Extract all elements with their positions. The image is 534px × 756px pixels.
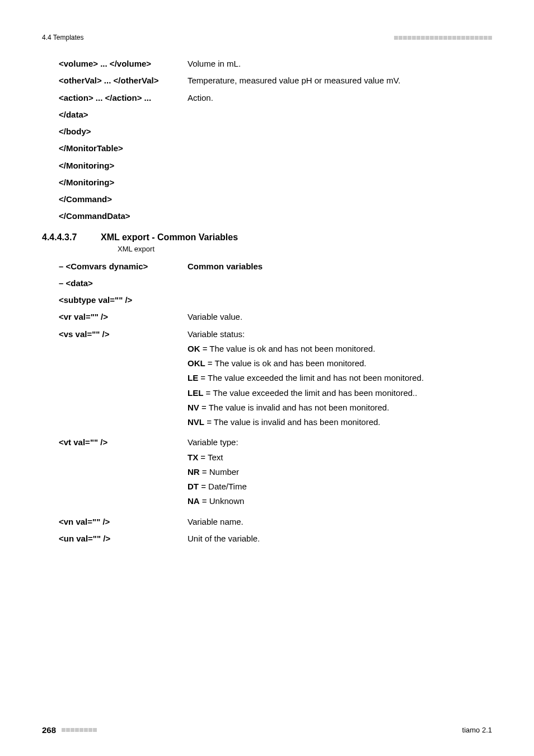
section-subtitle: XML export: [118, 245, 492, 253]
def-desc: Action.: [188, 92, 492, 104]
status-code: OK: [188, 344, 200, 353]
definition-row: <vn val="" /> Variable name.: [59, 516, 492, 528]
status-code: OKL: [188, 358, 205, 368]
def-term: <action> ... </action> ...: [59, 92, 188, 104]
type-code: NA: [188, 496, 200, 506]
def-term: <vr val="" />: [59, 311, 188, 323]
def-desc: Variable value.: [188, 311, 492, 323]
def-desc: Variable status:: [188, 329, 492, 340]
def-desc: NV = The value is invalid and has not be…: [188, 402, 492, 413]
def-desc: NVL = The value is invalid and has been …: [188, 417, 492, 428]
definition-row: <subtype val="" />: [59, 295, 492, 306]
def-term: <subtype val="" />: [59, 295, 188, 306]
status-text: = The value exceeded the limit and has n…: [198, 373, 424, 382]
definition-row: </data>: [59, 109, 492, 120]
definition-row: <vs val="" /> Variable status: OK = The …: [59, 329, 492, 432]
def-desc: LEL = The value exceeded the limit and h…: [188, 388, 492, 399]
page-number: 268: [42, 725, 56, 735]
definition-row: <vt val="" /> Variable type: TX = Text N…: [59, 437, 492, 510]
definition-row: <un val="" /> Unit of the variable.: [59, 533, 492, 544]
def-desc: Volume in mL.: [188, 58, 492, 69]
page-header: 4.4 Templates: [42, 34, 492, 41]
definition-row: </Command>: [59, 194, 492, 205]
status-code: NVL: [188, 417, 204, 427]
type-text: = Text: [198, 452, 223, 462]
section-number: 4.4.4.3.7: [42, 232, 101, 242]
page: 4.4 Templates <volume> ... </volume> Vol…: [0, 0, 534, 756]
status-text: = The value is invalid and has not been …: [199, 403, 390, 412]
type-code: TX: [188, 452, 198, 462]
section-heading: 4.4.4.3.7 XML export - Common Variables: [42, 232, 492, 242]
def-term: <vn val="" />: [59, 516, 188, 528]
status-code: LE: [188, 373, 198, 382]
def-term: </data>: [59, 109, 188, 120]
definition-row: – <data>: [59, 278, 492, 289]
def-desc: Unit of the variable.: [188, 533, 492, 544]
footer-left: 268: [42, 725, 97, 735]
def-term: </CommandData>: [59, 211, 188, 222]
def-term: <vs val="" />: [59, 329, 188, 340]
definition-row: <volume> ... </volume> Volume in mL.: [59, 58, 492, 69]
status-text: = The value is invalid and has been moni…: [204, 417, 381, 427]
status-text: = The value is ok and has been monitored…: [205, 358, 367, 368]
def-term: </Monitoring>: [59, 160, 188, 171]
header-section-label: 4.4 Templates: [42, 34, 84, 41]
type-code: NR: [188, 467, 200, 477]
definition-row: <action> ... </action> ... Action.: [59, 92, 492, 104]
def-term: </MonitorTable>: [59, 143, 188, 154]
def-term: <un val="" />: [59, 533, 188, 544]
def-desc: TX = Text: [188, 452, 492, 463]
definition-row: – <Comvars dynamic> Common variables: [59, 261, 492, 272]
def-desc: OK = The value is ok and has not been mo…: [188, 343, 492, 354]
def-desc: LE = The value exceeded the limit and ha…: [188, 372, 492, 384]
type-code: DT: [188, 482, 199, 491]
footer-right: tiamo 2.1: [462, 726, 492, 734]
def-desc: DT = Date/Time: [188, 481, 492, 492]
status-code: LEL: [188, 388, 203, 398]
definition-row: <otherVal> ... </otherVal> Temperature, …: [59, 75, 492, 86]
def-term: <volume> ... </volume>: [59, 58, 188, 69]
def-term: <vt val="" />: [59, 437, 188, 448]
type-text: = Unknown: [200, 496, 245, 506]
def-desc: Variable name.: [188, 516, 492, 528]
def-term: – <Comvars dynamic>: [59, 261, 188, 272]
definition-row: </body>: [59, 126, 492, 137]
def-term: </Command>: [59, 194, 188, 205]
def-desc: NA = Unknown: [188, 496, 492, 507]
def-desc: OKL = The value is ok and has been monit…: [188, 358, 492, 369]
def-desc-group: Variable type: TX = Text NR = Number DT …: [188, 437, 492, 510]
def-desc: Temperature, measured value pH or measur…: [188, 75, 492, 86]
header-decor: [394, 36, 492, 40]
footer-decor: [62, 728, 97, 732]
status-text: = The value is ok and has not been monit…: [200, 344, 376, 353]
def-desc-group: Variable status: OK = The value is ok an…: [188, 329, 492, 432]
status-text: = The value exceeded the limit and has b…: [203, 388, 417, 398]
status-code: NV: [188, 403, 199, 412]
def-term: </Monitoring>: [59, 177, 188, 188]
def-desc: Variable type:: [188, 437, 492, 448]
definition-row: </MonitorTable>: [59, 143, 492, 154]
section-title: XML export - Common Variables: [101, 232, 492, 242]
type-text: = Number: [200, 467, 239, 477]
definition-row: </Monitoring>: [59, 177, 492, 188]
def-term: <otherVal> ... </otherVal>: [59, 75, 188, 86]
content-area: <volume> ... </volume> Volume in mL. <ot…: [42, 58, 492, 544]
definition-row: <vr val="" /> Variable value.: [59, 311, 492, 323]
page-footer: 268 tiamo 2.1: [42, 725, 492, 735]
def-term: – <data>: [59, 278, 188, 289]
def-desc: NR = Number: [188, 466, 492, 478]
definition-row: </CommandData>: [59, 211, 492, 222]
definition-row: </Monitoring>: [59, 160, 492, 171]
def-desc: Common variables: [188, 261, 492, 272]
def-term: </body>: [59, 126, 188, 137]
type-text: = Date/Time: [199, 482, 247, 491]
